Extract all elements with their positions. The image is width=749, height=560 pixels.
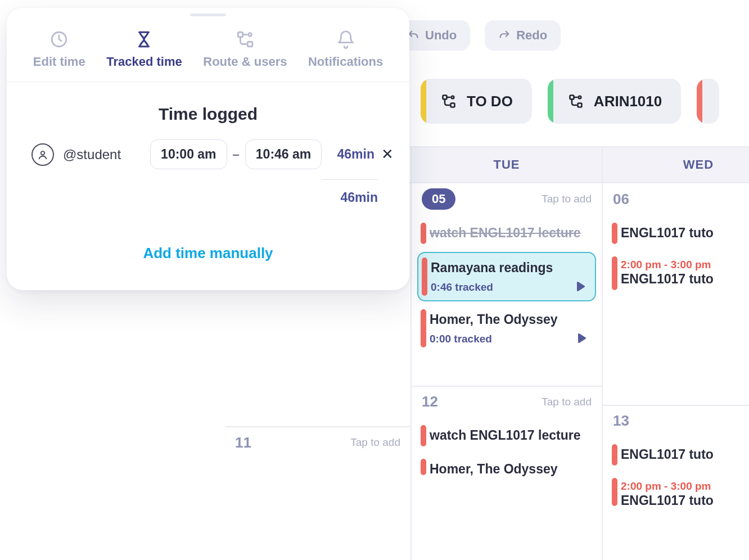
- task-tracked: 0:00 tracked: [430, 333, 587, 345]
- entry-duration: 46min: [337, 147, 374, 162]
- close-icon[interactable]: ✕: [381, 146, 394, 163]
- drag-handle[interactable]: [190, 13, 226, 16]
- redo-button[interactable]: Redo: [485, 20, 561, 51]
- task-card[interactable]: Homer, The Odyssey 0:00 tracked: [417, 305, 596, 352]
- user-handle: @student: [63, 147, 121, 162]
- task-title: watch ENGL1017 lecture: [430, 225, 587, 242]
- panel-title: Time logged: [7, 105, 409, 124]
- svg-point-10: [41, 151, 44, 155]
- task-title: ENGL1017 tuto: [621, 271, 749, 288]
- task-tracked: 0:46 tracked: [431, 281, 586, 293]
- redo-icon: [498, 29, 511, 42]
- category-chip-arin1010[interactable]: ARIN1010: [548, 79, 681, 124]
- add-time-manually-button[interactable]: Add time manually: [7, 245, 409, 262]
- task-title: Homer, The Odyssey: [430, 461, 587, 478]
- route-icon: [568, 93, 584, 109]
- route-icon: [441, 93, 457, 109]
- tab-tracked-time[interactable]: Tracked time: [106, 30, 182, 69]
- task-title: ENGL1017 tuto: [621, 446, 749, 463]
- date-cell-06[interactable]: 06: [603, 183, 749, 215]
- date-number: 06: [613, 191, 629, 208]
- task-title: watch ENGL1017 lecture: [430, 427, 587, 444]
- svg-rect-4: [577, 103, 581, 107]
- time-range-dash: –: [227, 147, 245, 162]
- task-card-selected[interactable]: Ramayana readings 0:46 tracked: [417, 252, 596, 301]
- task-card[interactable]: 2:00 pm - 3:00 pm ENGL1017 tuto: [608, 252, 749, 295]
- date-number: 13: [613, 412, 629, 430]
- total-duration: 46min: [322, 179, 378, 205]
- play-icon[interactable]: [574, 280, 587, 293]
- date-cell-13[interactable]: 13: [603, 405, 749, 436]
- task-time: 2:00 pm - 3:00 pm: [621, 480, 749, 493]
- chip-label: TO DO: [467, 93, 513, 110]
- date-number: 05: [422, 188, 455, 210]
- day-header-tue: TUE: [412, 147, 602, 183]
- task-card[interactable]: watch ENGL1017 lecture: [417, 421, 596, 451]
- day-header-wed: WED: [603, 147, 749, 183]
- date-cell-11[interactable]: 11 Tap to add: [225, 426, 410, 458]
- svg-rect-1: [451, 103, 455, 107]
- task-card[interactable]: 2:00 pm - 3:00 pm ENGL1017 tuto: [608, 473, 749, 511]
- svg-point-9: [249, 33, 252, 37]
- tap-to-add-label: Tap to add: [350, 436, 400, 449]
- svg-rect-8: [247, 42, 252, 47]
- task-card[interactable]: ENGL1017 tuto: [608, 218, 749, 249]
- task-title: ENGL1017 tuto: [621, 493, 749, 509]
- task-card[interactable]: watch ENGL1017 lecture: [417, 218, 596, 249]
- redo-label: Redo: [516, 28, 547, 43]
- tap-to-add-label: Tap to add: [542, 193, 592, 205]
- task-time: 2:00 pm - 3:00 pm: [621, 259, 749, 271]
- category-chip-next[interactable]: [697, 79, 719, 124]
- tab-edit-time[interactable]: Edit time: [33, 30, 85, 69]
- bell-icon: [336, 30, 355, 49]
- route-icon: [236, 30, 255, 49]
- start-time-input[interactable]: 10:00 am: [150, 139, 227, 169]
- date-cell-12[interactable]: 12 Tap to add: [412, 386, 602, 417]
- undo-label: Undo: [425, 28, 457, 43]
- date-cell-05[interactable]: 05 Tap to add: [412, 183, 602, 215]
- task-title: Ramayana readings: [431, 260, 586, 277]
- play-icon[interactable]: [575, 332, 588, 345]
- task-title: Homer, The Odyssey: [430, 311, 587, 328]
- date-number: 12: [422, 393, 438, 410]
- category-chip-todo[interactable]: TO DO: [421, 79, 532, 124]
- chip-label: ARIN1010: [594, 93, 662, 110]
- end-time-input[interactable]: 10:46 am: [245, 139, 322, 169]
- task-card[interactable]: ENGL1017 tuto: [608, 440, 749, 470]
- tab-notifications[interactable]: Notifications: [308, 30, 383, 69]
- clock-icon: [49, 30, 69, 49]
- user-avatar[interactable]: [31, 143, 54, 166]
- task-card[interactable]: Homer, The Odyssey: [417, 454, 596, 480]
- tab-route-users[interactable]: Route & users: [203, 30, 287, 69]
- time-log-panel: Edit time Tracked time Route & users Not…: [7, 8, 409, 290]
- svg-point-5: [579, 96, 581, 99]
- task-title: ENGL1017 tuto: [621, 225, 749, 242]
- svg-point-2: [452, 96, 454, 99]
- user-icon: [37, 148, 49, 161]
- tap-to-add-label: Tap to add: [542, 396, 592, 408]
- date-number: 11: [235, 434, 251, 451]
- hourglass-icon: [134, 30, 154, 49]
